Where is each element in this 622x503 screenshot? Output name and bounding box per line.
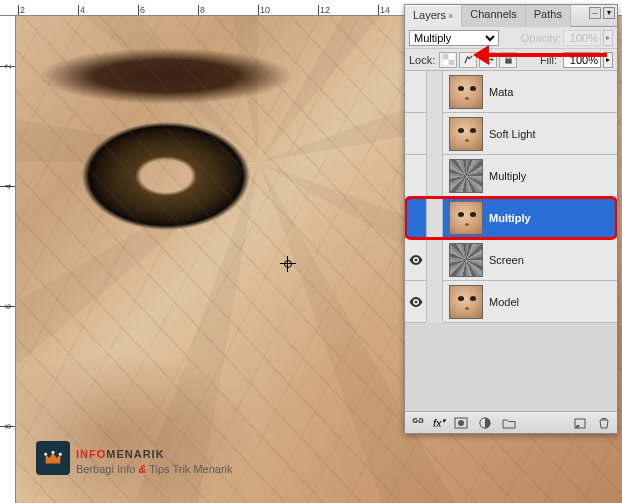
tab-layers-label: Layers bbox=[413, 9, 446, 21]
ruler-h-mark: 10 bbox=[258, 5, 270, 15]
new-layer-button[interactable] bbox=[571, 415, 589, 431]
watermark: INFOMENARIK Berbagi Info & Tips Trik Men… bbox=[36, 441, 233, 475]
watermark-tag-a: Berbagi Info bbox=[76, 463, 138, 475]
blend-mode-select[interactable]: Multiply bbox=[409, 30, 499, 46]
lock-transparent-button[interactable] bbox=[439, 52, 457, 68]
lock-position-button[interactable] bbox=[479, 52, 497, 68]
lock-all-button[interactable] bbox=[499, 52, 517, 68]
close-icon[interactable]: × bbox=[448, 11, 453, 21]
lock-fill-row: Lock: Fill: ▸ bbox=[405, 49, 617, 71]
fill-input[interactable] bbox=[563, 52, 601, 68]
watermark-tag-b: Tips Trik Menarik bbox=[146, 463, 232, 475]
layer-group-button[interactable] bbox=[500, 415, 518, 431]
panel-minimize-icon[interactable]: – bbox=[589, 7, 601, 19]
svg-point-0 bbox=[44, 453, 47, 456]
ruler-h-mark: 6 bbox=[138, 5, 145, 15]
ruler-h-mark: 2 bbox=[18, 5, 25, 15]
svg-point-11 bbox=[458, 420, 464, 426]
svg-point-8 bbox=[414, 258, 417, 261]
watermark-brand-b: MENARIK bbox=[106, 448, 164, 460]
watermark-logo-icon bbox=[36, 441, 70, 475]
layer-link-cell[interactable] bbox=[427, 239, 443, 281]
layer-thumbnail[interactable] bbox=[449, 117, 483, 151]
tab-layers[interactable]: Layers× bbox=[405, 5, 462, 27]
layer-name-label: Soft Light bbox=[489, 128, 535, 140]
lock-label: Lock: bbox=[409, 54, 435, 66]
ruler-vertical: 2468 bbox=[0, 16, 16, 503]
layer-name-label: Mata bbox=[489, 86, 513, 98]
svg-rect-4 bbox=[448, 60, 454, 66]
layer-link-cell[interactable] bbox=[427, 197, 443, 239]
ruler-h-mark: 4 bbox=[78, 5, 85, 15]
layer-link-cell[interactable] bbox=[427, 71, 443, 113]
panel-menu-icon[interactable]: ▾ bbox=[603, 7, 615, 19]
move-cursor-icon bbox=[280, 256, 296, 272]
layer-thumbnail[interactable] bbox=[449, 75, 483, 109]
layer-row[interactable]: Soft Light bbox=[405, 113, 617, 155]
ruler-v-mark: 4 bbox=[0, 186, 15, 187]
fill-label: Fill: bbox=[540, 54, 557, 66]
layer-link-cell[interactable] bbox=[427, 155, 443, 197]
svg-rect-7 bbox=[505, 59, 511, 64]
layer-name-label: Screen bbox=[489, 254, 524, 266]
layer-row[interactable]: Model bbox=[405, 281, 617, 323]
watermark-brand-a: INFO bbox=[76, 448, 106, 460]
adjustment-layer-button[interactable] bbox=[476, 415, 494, 431]
svg-point-9 bbox=[414, 300, 417, 303]
blend-opacity-row: Multiply Opacity: ▸ bbox=[405, 27, 617, 49]
layer-thumbnail[interactable] bbox=[449, 201, 483, 235]
layer-name-label: Multiply bbox=[489, 212, 531, 224]
panel-tabs: Layers× Channels Paths – ▾ bbox=[405, 5, 617, 27]
ruler-v-mark: 2 bbox=[0, 66, 15, 67]
layer-visibility-toggle[interactable] bbox=[405, 197, 427, 239]
link-layers-button[interactable] bbox=[409, 415, 427, 431]
layer-visibility-toggle[interactable] bbox=[405, 281, 427, 323]
opacity-input[interactable] bbox=[563, 30, 601, 46]
layer-thumbnail[interactable] bbox=[449, 159, 483, 193]
layers-empty-area bbox=[405, 323, 617, 411]
layer-row[interactable]: Mata bbox=[405, 71, 617, 113]
fx-label: fx bbox=[433, 417, 442, 429]
layer-thumbnail[interactable] bbox=[449, 243, 483, 277]
fill-flyout-icon[interactable]: ▸ bbox=[603, 52, 613, 68]
opacity-label: Opacity: bbox=[521, 32, 561, 44]
layers-panel: Layers× Channels Paths – ▾ Multiply Opac… bbox=[404, 4, 618, 434]
layer-link-cell[interactable] bbox=[427, 281, 443, 323]
layer-row[interactable]: Multiply bbox=[405, 155, 617, 197]
ruler-v-mark: 8 bbox=[0, 426, 15, 427]
ruler-h-mark: 14 bbox=[378, 5, 390, 15]
svg-point-1 bbox=[52, 451, 55, 454]
layer-row[interactable]: Multiply bbox=[405, 197, 617, 239]
lock-pixels-button[interactable] bbox=[459, 52, 477, 68]
layer-row[interactable]: Screen bbox=[405, 239, 617, 281]
layer-visibility-toggle[interactable] bbox=[405, 113, 427, 155]
delete-layer-button[interactable] bbox=[595, 415, 613, 431]
layer-fx-button[interactable]: fx▾ bbox=[433, 417, 446, 429]
layers-list[interactable]: MataSoft LightMultiplyMultiplyScreenMode… bbox=[405, 71, 617, 411]
layer-thumbnail[interactable] bbox=[449, 285, 483, 319]
tab-paths[interactable]: Paths bbox=[526, 5, 571, 27]
svg-rect-3 bbox=[443, 54, 449, 60]
svg-rect-5 bbox=[448, 54, 454, 60]
opacity-flyout-icon[interactable]: ▸ bbox=[603, 30, 613, 46]
layer-link-cell[interactable] bbox=[427, 113, 443, 155]
tab-channels[interactable]: Channels bbox=[462, 5, 525, 27]
layer-visibility-toggle[interactable] bbox=[405, 239, 427, 281]
layers-panel-footer: fx▾ bbox=[405, 411, 617, 433]
layer-name-label: Model bbox=[489, 296, 519, 308]
layer-mask-button[interactable] bbox=[452, 415, 470, 431]
svg-rect-6 bbox=[443, 60, 449, 66]
ruler-v-mark: 6 bbox=[0, 306, 15, 307]
ruler-h-mark: 12 bbox=[318, 5, 330, 15]
svg-point-2 bbox=[59, 453, 62, 456]
layer-visibility-toggle[interactable] bbox=[405, 71, 427, 113]
layer-name-label: Multiply bbox=[489, 170, 526, 182]
ruler-h-mark: 8 bbox=[198, 5, 205, 15]
layer-visibility-toggle[interactable] bbox=[405, 155, 427, 197]
